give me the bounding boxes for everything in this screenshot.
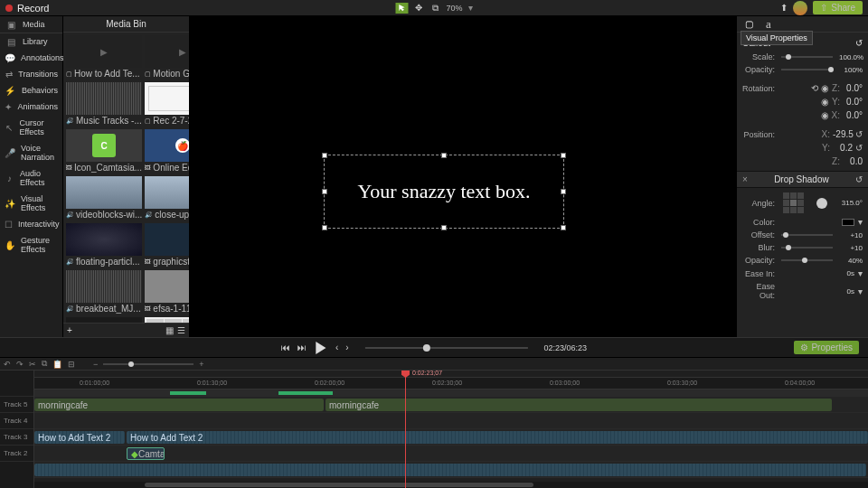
- track-4-label[interactable]: Track 4: [0, 413, 33, 429]
- marker[interactable]: [170, 391, 206, 395]
- nav-visual-effects[interactable]: ✨Visual Effects: [0, 191, 62, 216]
- prev-frame-icon[interactable]: ‹: [335, 343, 338, 352]
- easeout-value[interactable]: 0s: [831, 287, 854, 296]
- media-item[interactable]: 🔊videoblocks-wi...: [66, 176, 142, 221]
- reset-icon[interactable]: ↺: [855, 38, 863, 48]
- scale-value[interactable]: 100.0%: [839, 53, 863, 61]
- nav-annotations[interactable]: 💬Annotations: [0, 50, 62, 66]
- resize-handle[interactable]: [441, 225, 447, 230]
- nav-animations[interactable]: ✦Animations: [0, 99, 62, 115]
- marker-track[interactable]: [34, 389, 868, 397]
- step-back-icon[interactable]: ⏭: [297, 343, 307, 352]
- rot-z-vis[interactable]: ◉: [821, 83, 829, 93]
- cut-icon[interactable]: ✂: [29, 360, 36, 369]
- media-item[interactable]: C🖼Icon_Camtasia...: [66, 129, 142, 174]
- rot-z[interactable]: 0.0°: [843, 83, 863, 93]
- next-frame-icon[interactable]: ›: [345, 343, 348, 352]
- canvas[interactable]: Your snazzy text box.: [190, 16, 736, 337]
- nav-transitions[interactable]: ⇄Transitions: [0, 66, 62, 82]
- media-item[interactable]: 🖼graphicstock-c...: [145, 223, 189, 267]
- blur-slider[interactable]: [781, 247, 833, 249]
- reset-x-icon[interactable]: ↺: [855, 129, 863, 139]
- marker[interactable]: [278, 391, 333, 395]
- rot-x[interactable]: 0.0°: [843, 110, 863, 120]
- track-2-label[interactable]: Track 2: [0, 446, 33, 462]
- resize-handle[interactable]: [561, 153, 566, 158]
- prev-clip-icon[interactable]: ⏮: [281, 343, 290, 352]
- pos-z[interactable]: 0.0: [843, 156, 863, 166]
- resize-handle[interactable]: [561, 225, 566, 230]
- track-5[interactable]: morningcafe morningcafe: [34, 397, 868, 413]
- media-item[interactable]: ▢Rec 2-7-2020 2: [145, 317, 189, 323]
- select-tool[interactable]: [395, 3, 408, 14]
- canvas-area[interactable]: Your snazzy text box.: [190, 16, 736, 337]
- rot-y-vis[interactable]: ◉: [821, 97, 829, 107]
- nav-interactivity[interactable]: ☐Interactivity: [0, 216, 62, 232]
- paste-icon[interactable]: 📋: [52, 360, 62, 369]
- zoom-level[interactable]: 70%: [446, 4, 462, 13]
- timeline-ruler[interactable]: 0:01:00;000:01:30;000:02:00;000:02:30;00…: [34, 378, 868, 389]
- offset-slider[interactable]: [781, 234, 833, 236]
- angle-picker[interactable]: [783, 192, 804, 213]
- image-clip[interactable]: ◆Camtasia: [127, 447, 165, 460]
- track-4[interactable]: [34, 413, 868, 429]
- video-clip[interactable]: [34, 464, 866, 476]
- copy-icon[interactable]: ⧉: [42, 359, 47, 369]
- media-item[interactable]: 🔊breakbeat_MJ...: [66, 270, 142, 314]
- media-item[interactable]: 🔊Music Tracks -...: [66, 82, 142, 127]
- remove-effect-icon[interactable]: ×: [742, 174, 748, 184]
- opacity-value[interactable]: 100%: [839, 66, 863, 74]
- track-5-label[interactable]: Track 5: [0, 397, 33, 413]
- media-item[interactable]: ▶▢Motion Graphi...: [145, 35, 189, 80]
- zoom-dropdown-icon[interactable]: ▾: [468, 3, 473, 13]
- pos-y[interactable]: 0.2: [833, 143, 853, 153]
- timeline-scrollbar[interactable]: [34, 482, 868, 488]
- nav-cursor-effects[interactable]: ↖Cursor Effects: [0, 115, 62, 140]
- media-item[interactable]: ◆ Camtasia🖼Logo_Hrz_Ca...: [66, 317, 142, 323]
- angle-dial[interactable]: [816, 198, 827, 209]
- upload-icon[interactable]: ⬆: [780, 3, 788, 13]
- visual-props-tab[interactable]: ▢: [742, 18, 755, 31]
- resize-handle[interactable]: [561, 189, 566, 194]
- easein-dd-icon[interactable]: ▾: [858, 268, 863, 278]
- share-button[interactable]: ⇧Share: [813, 1, 863, 14]
- media-item[interactable]: 🔊floating-particl...: [66, 223, 142, 267]
- resize-handle[interactable]: [322, 153, 327, 158]
- track-3-label[interactable]: Track 3: [0, 429, 33, 446]
- ds-opacity-slider[interactable]: [781, 259, 833, 261]
- scale-slider[interactable]: [781, 56, 833, 58]
- scrollbar-thumb[interactable]: [145, 483, 533, 487]
- nav-gesture-effects[interactable]: ✋Gesture Effects: [0, 232, 62, 258]
- resize-handle[interactable]: [322, 225, 327, 230]
- playback-scrubber[interactable]: [365, 347, 528, 349]
- track-1[interactable]: [34, 462, 868, 478]
- media-item[interactable]: ▶▢How to Add Te...: [66, 35, 142, 80]
- easeout-dd-icon[interactable]: ▾: [858, 286, 863, 296]
- audio-clip[interactable]: morningcafe: [326, 399, 832, 411]
- redo-icon[interactable]: ↷: [16, 360, 24, 369]
- play-button[interactable]: [314, 341, 328, 355]
- callout-text[interactable]: Your snazzy text box.: [358, 180, 531, 203]
- track-2[interactable]: ◆Camtasia: [34, 446, 868, 462]
- rot-x-vis[interactable]: ◉: [821, 110, 829, 120]
- media-item[interactable]: 🔊close-up-of-yo...: [145, 176, 189, 221]
- zoom-in-icon[interactable]: +: [199, 360, 203, 369]
- hand-tool[interactable]: ✥: [413, 3, 424, 14]
- media-item[interactable]: ▢Rec 2-7-2020 1: [145, 82, 189, 127]
- color-swatch[interactable]: [842, 219, 854, 226]
- text-callout-selection[interactable]: Your snazzy text box.: [324, 155, 564, 229]
- properties-button[interactable]: ⚙Properties: [794, 341, 859, 354]
- pos-x[interactable]: -29.5: [833, 129, 853, 139]
- text-props-tab[interactable]: a: [762, 18, 775, 31]
- audio-clip[interactable]: morningcafe: [34, 399, 324, 411]
- rot-z-icon[interactable]: ⟲: [811, 83, 818, 93]
- opacity-slider[interactable]: [781, 69, 833, 70]
- split-icon[interactable]: ⊟: [68, 360, 75, 369]
- offset-value[interactable]: +10: [839, 231, 863, 239]
- angle-value[interactable]: 315.0°: [839, 199, 863, 207]
- reset-ds-icon[interactable]: ↺: [855, 174, 863, 184]
- video-clip[interactable]: How to Add Text 2: [34, 431, 125, 444]
- video-clip[interactable]: How to Add Text 2: [127, 431, 868, 444]
- blur-value[interactable]: +10: [839, 244, 863, 252]
- resize-handle[interactable]: [441, 153, 447, 158]
